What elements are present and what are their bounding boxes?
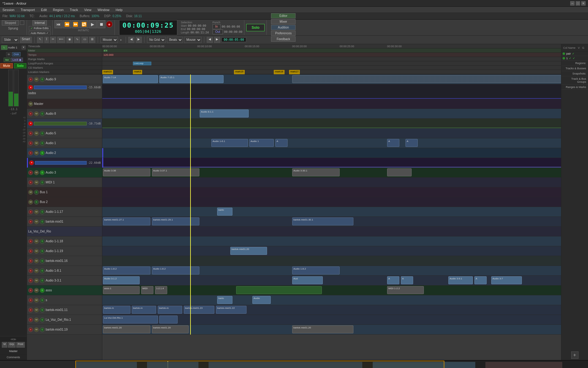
rec-audio331[interactable]: ● [28,278,33,283]
clip-audio371[interactable]: Audio 3-7 [491,276,522,284]
rec-bartok19[interactable]: ● [28,327,33,332]
clip-audio7-151[interactable]: Audio 7-15.1 [159,75,224,83]
mute-s[interactable]: M [34,298,39,303]
lane-audio1117[interactable]: barto [102,207,561,217]
rec-enable-audio1[interactable]: ● [28,141,33,146]
track-header-audio1118[interactable]: ● M S Audio 1-1.18 [27,236,102,246]
clip-audio1-b[interactable]: A [275,139,288,147]
rec-enable-audio2[interactable]: ● [28,151,33,155]
lane-master[interactable] [102,99,561,109]
rec-audio181[interactable]: ● [28,268,33,273]
clip-audio332-d[interactable]: A [401,276,413,284]
clip-bartok11-c[interactable]: bartok-m [158,306,182,314]
clip-bartok-301[interactable]: bartok-mix01-30.1 [292,217,353,225]
clip-bartok19-120-b[interactable]: bartok-mix01.20 [152,325,189,333]
solo-bartok19[interactable]: S [40,327,45,332]
solo-audio1119[interactable]: S [40,249,45,254]
menu-view[interactable]: View [83,7,93,12]
solo-asss[interactable]: S [40,288,45,293]
fader-audio8[interactable] [34,122,87,125]
mute-bartok11[interactable]: M [34,308,39,312]
mute-bus1[interactable]: M [28,190,33,195]
clip-bartok120[interactable]: bartok-mix01.20 [230,247,267,255]
clip-audio182-b[interactable]: Audio 1-8.2 [152,266,199,274]
solo-audio9[interactable]: S [40,77,45,82]
solo-audio1117[interactable]: S [40,209,45,214]
solo-lavoz1[interactable]: S [40,317,45,322]
mute-bartok16[interactable]: M [34,259,39,263]
preferences-button[interactable]: Preferences [271,31,296,36]
loop-region[interactable]: LooLoop [133,62,151,65]
rec-bartok11[interactable]: ● [28,308,33,312]
cursor-tool[interactable]: ↖ [37,37,43,43]
clip-midi122-b[interactable]: MIDI 1-2.2 [387,286,424,294]
rec-enable-audio3[interactable]: ● [28,170,33,175]
zoom-in-button[interactable]: ▶ [214,37,220,43]
rec-enable-midi1[interactable]: ● [28,180,33,185]
mute-audio9[interactable]: M [34,77,39,82]
marker-mark17[interactable]: mark17 [289,70,300,74]
clip-bartok1122[interactable]: bartok-mix01.22 [216,306,247,314]
lane-bus1[interactable] [102,187,561,197]
track-header-audio181[interactable]: ● M S Audio 1-8.1 [27,266,102,276]
minimize-button[interactable]: ─ [570,1,575,6]
lane-bus2[interactable] [102,197,561,207]
lane-lavoz1[interactable]: La-Voz-Del-Rio.1 [102,315,561,325]
lane-audio5[interactable] [102,128,561,138]
play-button[interactable]: ▶ [89,20,97,28]
menu-help[interactable]: Help [115,7,124,12]
track-header-asss[interactable]: ● M S asss [27,286,102,295]
lane-audio2[interactable] [102,148,561,158]
rec-bartok16[interactable]: ● [28,259,33,263]
lock-button[interactable]: Lock ◉ [11,58,23,62]
rec-enable-audio8[interactable]: ● [28,111,33,116]
clip-bartok1123[interactable]: bartok-mix01.23 [184,306,214,314]
rec-audio1117[interactable]: ● [28,209,33,214]
menu-region[interactable]: Region [52,7,65,12]
clip-audio332-e[interactable]: A [474,276,487,284]
regions-tab[interactable]: Regions: [561,61,588,66]
lane-ssdss[interactable] [102,84,561,99]
track-header-ssdss[interactable]: ✕ -15.68dB ssdss [27,84,102,99]
close-audio8-fader[interactable]: ✕ [28,121,33,126]
rec-enable-audio5[interactable]: ● [28,131,33,136]
in-button[interactable]: In [6,52,12,56]
clip-midi122[interactable]: 1-2.1.4 [155,286,167,294]
follow-edits-button[interactable]: ✓ Follow Edits [29,26,51,30]
solo-bartok11[interactable]: S [40,308,45,312]
mixer-button[interactable]: Mixer [271,19,296,24]
lane-bartok11[interactable]: bartok-m bartok-m bartok-m bartok-mix01.… [102,305,561,315]
clip-audio1[interactable]: Audio 1 [249,139,274,147]
iso-button[interactable]: Iso [4,58,10,62]
track-header-audio3[interactable]: ● M S Audio 3 [27,168,102,178]
mute-audio3[interactable]: M [34,170,39,175]
clip-audio332-a[interactable]: Audio 3-1.2 [103,276,140,284]
rec-bartok01[interactable]: ● [28,219,33,224]
clip-bartok19-120-c[interactable]: bartok-mix01.20 [292,325,353,333]
solo-bartok16[interactable]: S [40,259,45,263]
solo-audio181[interactable]: S [40,268,45,273]
lane-audio331[interactable]: Audio 3-1.2 Aud A A Audio 3-9.1 A Audio … [102,276,561,286]
track-header-audio5[interactable]: ● M S Audio 5 [27,128,102,138]
mute-midi1[interactable]: M [34,180,39,185]
auto-return-button[interactable]: Auto Return ✓ [29,31,51,35]
overview-canvas[interactable] [75,361,588,368]
track-header-audio331[interactable]: ● M S Audio 3-3.1 [27,276,102,286]
record-enable-toggle[interactable] [20,21,24,25]
rec-audio1118[interactable]: ● [28,239,33,244]
close-audio2-fader[interactable]: ✕ [29,160,34,165]
clip-audio182-c[interactable]: Audio 1-8.2 [292,266,340,274]
lane-audio8[interactable]: Audio 8-1.1 [102,109,561,119]
mute-audio1118[interactable]: M [34,239,39,244]
clip-audio182-a[interactable]: Audio 1-8.2 [103,266,150,274]
track-header-bus2[interactable]: M S Bus 2 [27,197,102,207]
lane-audio8-fader[interactable] [102,119,561,128]
mute-master[interactable]: M [28,102,33,106]
rec-s[interactable]: ● [28,298,33,303]
mute-audio1119[interactable]: M [34,249,39,254]
fader-audio2[interactable] [35,161,87,165]
mute-audio8[interactable]: M [34,111,39,116]
clip-audio391[interactable]: Audio 3-9.1 [448,276,473,284]
range-tool[interactable]: I [44,37,49,43]
menu-session[interactable]: Session [1,7,16,12]
